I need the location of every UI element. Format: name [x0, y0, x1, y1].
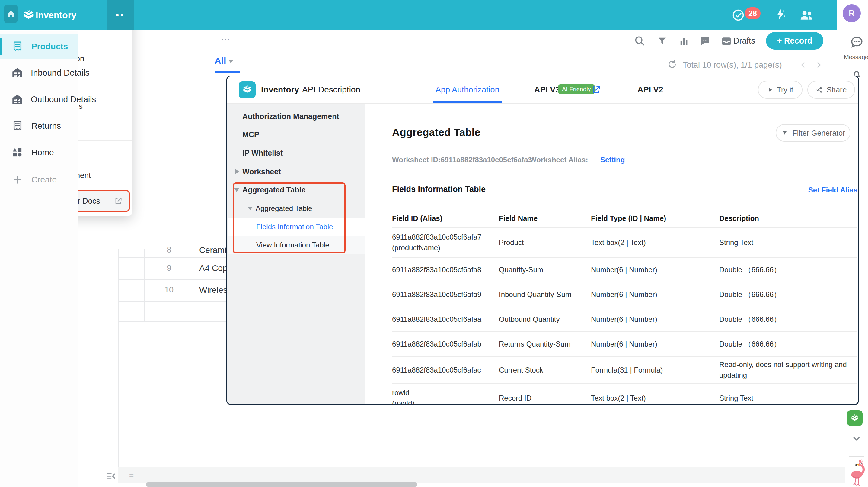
members-icon[interactable] [799, 8, 814, 22]
collapse-sidebar-icon[interactable] [105, 470, 117, 482]
grid-left-border [118, 249, 119, 467]
expand-right-icon[interactable] [235, 169, 239, 174]
ai-sparkle-icon[interactable] [773, 8, 787, 22]
modal-title: Inventory API Description [261, 77, 360, 103]
table-row: 6911a882f83a10c05cf6afab Returns Quantit… [392, 332, 858, 356]
tab-label: API V2 [638, 85, 663, 94]
next-page-icon[interactable] [814, 60, 823, 69]
sidebar-item-products[interactable]: Products [0, 34, 79, 59]
sidebar-item-home[interactable]: Home [0, 140, 79, 165]
worksheet-alias-setting-link[interactable]: Setting [600, 155, 625, 164]
message-icon[interactable] [849, 34, 864, 50]
home-button[interactable] [4, 4, 18, 23]
view-tab-all[interactable]: All [215, 56, 226, 66]
drafts-label[interactable]: Drafts [734, 36, 755, 46]
drafts-icon[interactable] [721, 36, 732, 47]
column-header: Field Type (ID | Name) [591, 213, 719, 224]
try-it-label: Try it [777, 86, 794, 94]
field-desc: String Text [719, 393, 858, 404]
filter-icon [781, 129, 788, 137]
tab-api-v2[interactable]: API V2 [638, 77, 663, 103]
field-id: 6911a882f83a10c05cf6afaa [392, 314, 499, 325]
grid-cell-product[interactable]: Wireles [199, 285, 227, 295]
app-more-menu-button[interactable]: •• [107, 0, 134, 30]
filter-generator-button[interactable]: Filter Generator [776, 124, 850, 142]
footer-summary-glyph: = [129, 471, 134, 480]
tab-api-v3[interactable]: API V3 [534, 77, 560, 103]
nav-item-worksheet[interactable]: Worksheet [227, 163, 366, 181]
sidebar-item-returns[interactable]: Returns [0, 113, 79, 139]
pagination-summary: Total 10 row(s), 1/1 page(s) [683, 60, 782, 70]
view-dropdown-caret-icon[interactable] [228, 60, 233, 63]
field-desc: Double （666.66） [719, 339, 858, 349]
field-desc: Double （666.66） [719, 265, 858, 275]
content-heading: Aggregated Table [392, 126, 480, 138]
user-avatar[interactable]: R [843, 4, 861, 22]
nav-item-authorization-management[interactable]: Authorization Management [227, 107, 366, 125]
field-alias: (rowId) [392, 398, 493, 405]
add-record-button[interactable]: + Record [766, 32, 823, 50]
field-type: Number(6 | Number) [591, 339, 719, 349]
avatar-initial: R [849, 9, 855, 18]
collapse-widget-chevron-icon[interactable] [851, 433, 862, 444]
tutorial-highlight-box [233, 182, 346, 254]
share-button[interactable]: Share [807, 81, 855, 99]
play-icon [767, 87, 773, 93]
refresh-icon[interactable] [667, 59, 677, 69]
table-row: rowid(rowId) Record ID Text box(2 | Text… [392, 383, 858, 405]
view-tabs-overflow-icon[interactable]: ⋯ [221, 34, 230, 45]
grid-row-number: 9 [160, 263, 178, 273]
ai-friendly-label: AI Friendly [562, 86, 591, 92]
sidebar-create-button[interactable]: Create [0, 167, 79, 193]
table-row: 6911a882f83a10c05cf6afa8 Quantity-Sum Nu… [392, 257, 858, 282]
horizontal-scrollbar[interactable] [146, 483, 417, 487]
plus-icon [11, 174, 24, 185]
grid-row-divider [119, 301, 226, 302]
prev-page-icon[interactable] [799, 60, 808, 69]
field-desc: String Text [719, 237, 858, 248]
warehouse-icon [11, 66, 24, 79]
field-id: 6911a882f83a10c05cf6afa7 [392, 232, 493, 242]
app-widget-button[interactable] [847, 410, 863, 426]
brick-icon [850, 413, 860, 423]
nav-item-ip-whitelist[interactable]: IP Whitelist [227, 144, 366, 162]
nav-item-mcp[interactable]: MCP [227, 125, 366, 143]
field-id: 6911a882f83a10c05cf6afa8 [392, 265, 499, 275]
grid-cell-product[interactable]: Cerami [199, 245, 226, 255]
active-tab-indicator [433, 101, 502, 103]
chevron-down-icon[interactable] [70, 12, 78, 20]
field-desc: Read-only, does not support writing and … [719, 360, 858, 381]
field-id: 6911a882f83a10c05cf6afac [392, 365, 499, 375]
notification-count-badge[interactable]: 28 [745, 7, 761, 19]
chart-icon[interactable] [679, 36, 689, 47]
warehouse-icon [11, 93, 24, 106]
table-row: 6911a882f83a10c05cf6afa9 Inbound Quantit… [392, 282, 858, 307]
modal-title-app: Inventory [261, 85, 299, 94]
receipt-list-icon [11, 120, 24, 132]
tab-app-authorization[interactable]: App Authorization [435, 77, 499, 103]
message-rail-label[interactable]: Message [844, 54, 868, 61]
share-icon [816, 86, 823, 93]
set-field-alias-link[interactable]: Set Field Alias [780, 186, 858, 194]
sidebar-item-inbound-details[interactable]: Inbound Details [0, 60, 79, 86]
field-type: Number(6 | Number) [591, 265, 719, 275]
search-icon[interactable] [634, 35, 645, 47]
grid-column-divider [144, 249, 145, 322]
external-link-icon[interactable] [591, 85, 601, 94]
sidebar-item-outbound-details[interactable]: Outbound Details [0, 87, 79, 112]
share-label: Share [827, 86, 847, 94]
try-it-button[interactable]: Try it [758, 81, 803, 99]
ai-friendly-badge: AI Friendly [558, 84, 595, 94]
active-indicator-bar [0, 38, 2, 55]
grid-cell-product[interactable]: A4 Cop [199, 263, 227, 273]
view-tab-active-indicator [215, 71, 240, 73]
approval-check-icon[interactable] [732, 8, 745, 22]
field-type: Text box(2 | Text) [591, 393, 719, 404]
filter-icon[interactable] [657, 36, 668, 47]
comment-icon[interactable] [700, 36, 710, 47]
field-type: Number(6 | Number) [591, 314, 719, 325]
flamingo-mascot[interactable] [844, 458, 868, 486]
sidebar: Products Inbound Details [0, 30, 79, 487]
top-bar-teal: Inventory •• 28 [0, 0, 837, 30]
field-name: Product [499, 237, 591, 248]
